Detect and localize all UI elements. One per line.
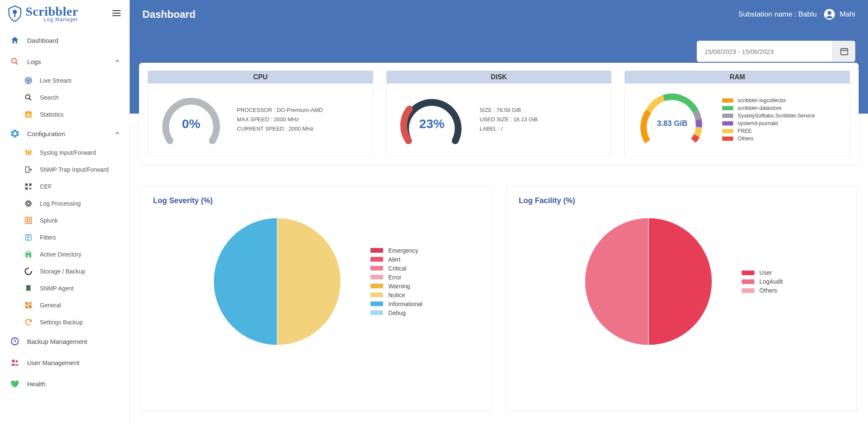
sidebar-item-label: General [40, 302, 61, 309]
disk-size: SIZE : 78.58 GiB [480, 106, 538, 115]
topbar: Dashboard Substation name : Bablu Mahi [130, 0, 868, 29]
log-severity-legend: EmergencyAlertCriticalErrorWarningNotice… [370, 245, 423, 318]
log-facility-pie [581, 214, 716, 349]
cpu-icon [24, 199, 33, 208]
sidebar-group-label: Configuration [27, 130, 65, 137]
legend-swatch [722, 106, 733, 110]
panel-title: Log Severity (%) [153, 196, 479, 205]
legend-label: scribbler-logcollector [737, 98, 786, 103]
refresh-icon [24, 318, 33, 327]
legend-label: systemd-journald [737, 120, 778, 126]
log-facility-legend: UserLogAuditOthers [742, 267, 783, 296]
sidebar-item-health[interactable]: Health [0, 373, 129, 394]
sidebar-group-logs[interactable]: Logs [0, 51, 129, 72]
legend-label: Alert [388, 256, 401, 263]
legend-row: Critical [370, 265, 423, 272]
sidebar-item-label: Active Directory [40, 251, 81, 258]
sidebar-item-active-directory[interactable]: Active Directory [0, 246, 129, 263]
sidebar-item-syslog[interactable]: Syslog Input/Forward [0, 144, 129, 161]
sidebar-item-label: Statistics [40, 111, 64, 118]
sidebar-item-label: Storage / Backup [40, 268, 85, 275]
sidebar-item-statistics[interactable]: Statistics [0, 106, 129, 123]
svg-rect-14 [25, 167, 29, 172]
sidebar-item-snmp-agent[interactable]: SNMP Agent [0, 280, 129, 297]
legend-label: Emergency [388, 247, 418, 254]
svg-text:3.83 GiB: 3.83 GiB [657, 119, 687, 128]
legend-swatch [722, 137, 733, 141]
svg-rect-10 [30, 114, 31, 117]
svg-rect-17 [25, 187, 28, 190]
cpu-processor: PROCESSOR : DO-Premium-AMD [237, 106, 323, 115]
sidebar-item-label: User Management [27, 359, 79, 366]
legend-swatch [370, 301, 383, 306]
svg-point-32 [827, 11, 831, 15]
legend-swatch [722, 114, 733, 118]
sidebar-item-splunk[interactable]: Splunk [0, 212, 129, 229]
calendar-button[interactable] [832, 41, 855, 62]
legend-row: Alert [370, 256, 423, 263]
user-menu[interactable]: Mahi [823, 8, 855, 20]
sidebar-item-storage-backup[interactable]: Storage / Backup [0, 263, 129, 280]
ram-card: RAM 3.83 GiB scribbler-logcollec [624, 70, 850, 156]
substation-label: Substation name : Bablu [738, 10, 817, 19]
sidebar-item-user-management[interactable]: User Management [0, 352, 129, 373]
sidebar-item-log-processing[interactable]: Log Processing [0, 195, 129, 212]
svg-rect-8 [27, 114, 28, 117]
grid-plus-icon [24, 182, 33, 191]
sidebar-item-label: SNMP Agent [40, 285, 74, 292]
sidebar-item-label: Live Stream [40, 77, 72, 84]
legend-swatch [370, 310, 383, 315]
sidebar-item-search[interactable]: Search [0, 89, 129, 106]
legend-swatch [722, 129, 733, 133]
svg-rect-24 [25, 302, 28, 305]
sidebar-item-general[interactable]: General [0, 297, 129, 314]
sidebar-item-snmp-trap[interactable]: SNMP Trap Input/Forward [0, 161, 129, 178]
heart-icon [10, 379, 19, 388]
radar-icon [24, 76, 33, 85]
sidebar-item-label: Health [27, 380, 45, 388]
legend-swatch [370, 257, 383, 262]
svg-text:23%: 23% [419, 117, 445, 131]
legend-label: Others [737, 136, 754, 142]
log-severity-pie [209, 214, 345, 349]
ram-legend: scribbler-logcollectorscribbler-datastor… [722, 96, 815, 143]
user-name: Mahi [840, 10, 855, 19]
sidebar-item-dashboard[interactable]: Dashboard [0, 30, 129, 51]
sidebar: Scribbler Log Manager Dashboard Logs [0, 0, 130, 424]
legend-row: FREE [722, 128, 815, 134]
grid-icon [24, 216, 33, 225]
svg-point-29 [12, 360, 15, 363]
sidebar-item-filters[interactable]: Filters [0, 229, 129, 246]
svg-point-12 [28, 153, 29, 154]
sidebar-item-live-stream[interactable]: Live Stream [0, 72, 129, 89]
sidebar-item-settings-backup[interactable]: Settings Backup [0, 314, 129, 331]
calendar-icon [840, 47, 849, 56]
cpu-max-speed: MAX SPEED : 2000 MHz [237, 115, 323, 124]
search-icon [24, 93, 33, 102]
disk-used: USED SIZE : 18.13 GiB [480, 115, 538, 124]
card-title: CPU [148, 71, 373, 84]
sidebar-item-cef[interactable]: CEF [0, 178, 129, 195]
svg-rect-20 [25, 218, 32, 224]
sidebar-group-configuration[interactable]: Configuration [0, 123, 129, 144]
menu-toggle-icon[interactable] [111, 8, 122, 20]
svg-text:0%: 0% [182, 117, 200, 131]
svg-point-6 [25, 95, 30, 99]
date-range-input[interactable] [697, 41, 832, 62]
users-icon [10, 358, 19, 367]
legend-row: SyskeySoftlabs.Scribbler.Service [722, 113, 815, 119]
svg-rect-33 [840, 49, 848, 55]
ram-gauge: 3.83 GiB [634, 90, 710, 149]
sidebar-item-label: Syslog Input/Forward [40, 149, 96, 156]
svg-point-2 [12, 59, 17, 63]
shield-logo-icon [8, 5, 22, 22]
legend-row: Others [722, 136, 815, 142]
disk-label: LABEL : / [480, 124, 538, 134]
sidebar-item-backup-management[interactable]: Backup Management [0, 331, 129, 352]
legend-label: Critical [388, 265, 406, 272]
date-range-picker [697, 41, 855, 62]
legend-swatch [370, 266, 383, 271]
home-icon [10, 36, 19, 45]
subheader: CPU 0% PROCESSOR : DO-Premium-AMD MAX SP… [130, 29, 868, 114]
svg-rect-27 [25, 306, 28, 309]
